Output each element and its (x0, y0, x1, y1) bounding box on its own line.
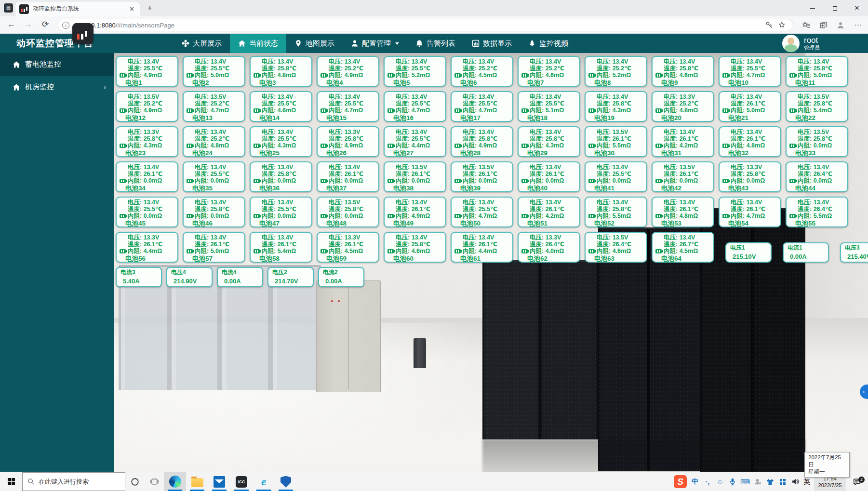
user-dict-icon[interactable] (751, 478, 764, 485)
toolbox-grid-icon[interactable] (776, 478, 789, 485)
temperature-value: 26.1℃ (278, 241, 296, 248)
battery-icon (254, 249, 260, 253)
more-menu-icon[interactable]: ⋯ (852, 19, 864, 31)
nav-item-1[interactable]: 大屏展示 (174, 34, 230, 53)
temperature-value: 25.8℃ (814, 100, 832, 107)
temperature-value: 25.5℃ (412, 100, 430, 107)
notification-center-button[interactable]: 2 (846, 478, 868, 486)
taskbar-app-edge[interactable] (164, 472, 186, 491)
battery-card: 电压: 13.3V 温度: 26.1℃ 内阻: 4.5mΩ 电池59 (317, 232, 379, 263)
favorites-star-icon[interactable] (775, 19, 788, 31)
battery-card: 电压: 13.4V 温度: 25.5℃ 内阻: 4.7mΩ 电池16 (384, 91, 446, 122)
back-button[interactable]: ← (4, 16, 19, 34)
minimize-button[interactable] (801, 0, 824, 16)
sensor-value: 0.00A (323, 278, 361, 285)
punctuation-toggle[interactable]: ·, (701, 478, 714, 486)
mic-icon[interactable] (726, 478, 739, 486)
collections-icon[interactable] (800, 19, 812, 31)
battery-name: 电池55 (789, 220, 845, 227)
resistance-value: 0.0mΩ (345, 177, 363, 184)
battery-card: 电压: 13.4V 温度: 25.8℃ 内阻: 4.9mΩ 电池28 (451, 126, 513, 157)
nav-item-4[interactable]: 配置管理 (343, 34, 407, 53)
reload-button[interactable]: ⟳ (38, 16, 53, 34)
sidebar-item-2[interactable]: 机房监控 › (0, 76, 114, 98)
voltage-value: 13.4V (747, 129, 762, 135)
start-button[interactable] (0, 472, 22, 491)
nav-icon (415, 40, 423, 47)
sensor-card: 电流2 0.00A (318, 267, 364, 287)
sidebar-item-1[interactable]: 蓄电池监控 › (0, 53, 114, 76)
taskbar-app-icc[interactable]: ICC (230, 472, 253, 491)
nav-item-3[interactable]: 地图展示 (286, 34, 343, 53)
task-view-button[interactable] (145, 472, 164, 491)
emoji-icon[interactable]: ☺ (714, 478, 726, 486)
resistance-value: 4.9mΩ (345, 142, 363, 149)
battery-icon (187, 214, 193, 218)
sensor-card: 电压4 214.90V (166, 267, 213, 287)
site-info-icon[interactable]: i (62, 22, 69, 29)
nav-item-2[interactable]: 当前状态 (230, 34, 286, 53)
temperature-value: 25.5℃ (144, 65, 162, 72)
temperature-value: 25.8℃ (747, 171, 765, 177)
battery-name: 电池22 (789, 115, 845, 121)
browser-tab[interactable]: 动环监控后台系统 ✕ (15, 1, 140, 16)
voltage-value: 13.4V (546, 58, 561, 65)
tab-groups-icon[interactable] (817, 19, 829, 31)
sensor-name: 电流1 (788, 244, 826, 252)
skin-icon[interactable] (764, 478, 776, 485)
battery-name: 电池39 (454, 185, 510, 192)
battery-icon (454, 108, 461, 113)
sensor-value: 0.00A (788, 253, 826, 261)
battery-card: 电压: 13.5V 温度: 25.2℃ 内阻: 4.7mΩ 电池13 (183, 91, 245, 122)
cortana-button[interactable] (125, 472, 145, 491)
battery-card: 电压: 13.4V 温度: 25.2℃ 内阻: 4.8mΩ 电池24 (183, 126, 245, 157)
temperature-value: 25.5℃ (546, 100, 564, 107)
new-tab-button[interactable]: + (145, 3, 155, 14)
maximize-button[interactable] (824, 0, 846, 16)
profile-avatar-icon[interactable] (834, 19, 847, 31)
keyboard-icon[interactable]: ⌨ (739, 478, 751, 486)
voltage-value: 13.4V (412, 234, 427, 241)
voltage-value: 13.5V (814, 93, 829, 100)
resistance-value: 4.9mΩ (412, 212, 430, 219)
nav-item-5[interactable]: 告警列表 (407, 34, 464, 53)
voltage-value: 13.4V (278, 58, 294, 65)
forward-button[interactable]: → (20, 16, 36, 34)
battery-name: 电池21 (722, 115, 778, 121)
nav-item-6[interactable]: 数据显示 (464, 34, 520, 53)
tab-close-icon[interactable]: ✕ (128, 5, 136, 13)
nav-icon (472, 40, 480, 47)
ime-mode-toggle[interactable]: 中 (689, 478, 701, 486)
resistance-value: 4.8mΩ (278, 72, 296, 79)
battery-card: 电压: 13.4V 温度: 25.2℃ 内阻: 4.5mΩ 电池6 (451, 56, 513, 87)
nav-item-7[interactable]: 监控视频 (520, 34, 576, 53)
address-bar[interactable]: i 127.0.0.1:8080/#/main/sensorsPage (57, 19, 793, 31)
sogou-ime-icon[interactable]: S (674, 475, 687, 488)
taskbar-app-mail[interactable] (208, 472, 230, 491)
battery-icon (387, 73, 394, 78)
taskbar-app-ie[interactable]: e (253, 472, 275, 491)
voltage-value: 13.5V (144, 93, 160, 100)
resistance-value: 5.4mΩ (278, 248, 296, 254)
taskbar-search-input[interactable]: 在此键入进行搜索 (22, 472, 125, 491)
battery-card: 电压: 13.5V 温度: 26.1℃ 内阻: 5.5mΩ 电池30 (585, 126, 647, 157)
voltage-value: 13.4V (479, 129, 494, 135)
battery-card: 电压: 13.3V 温度: 25.8℃ 内阻: 4.3mΩ 电池23 (116, 126, 178, 157)
volume-icon[interactable] (789, 478, 801, 485)
taskbar-app-shield[interactable] (275, 472, 297, 491)
password-key-icon[interactable] (763, 19, 775, 31)
voltage-value: 13.4V (278, 199, 294, 206)
user-info[interactable]: root 管理员 (782, 35, 820, 52)
battery-name: 电池46 (187, 220, 242, 227)
taskbar-app-explorer[interactable] (186, 472, 208, 491)
battery-name: 电池3 (254, 80, 309, 86)
battery-name: 电池2 (187, 80, 242, 86)
voltage-value: 13.4V (412, 129, 427, 135)
windows-logo-icon (8, 478, 15, 485)
close-button[interactable]: ✕ (846, 0, 868, 16)
nav-icon (294, 40, 302, 47)
resistance-value: 4.6mΩ (613, 248, 631, 254)
resistance-value: 4.7mΩ (412, 107, 430, 114)
nav-icon (182, 40, 189, 47)
language-indicator[interactable]: 英 (801, 478, 814, 486)
